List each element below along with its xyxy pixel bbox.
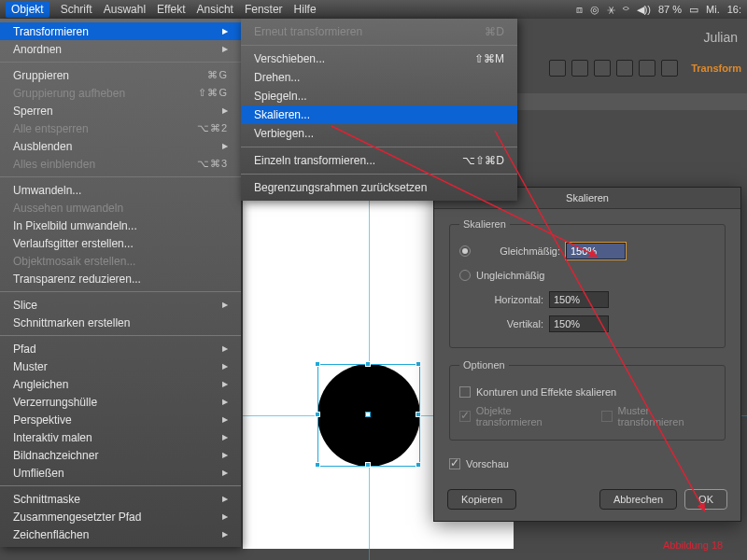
bluetooth-icon: ⚹: [607, 4, 615, 16]
submenu-item: Erneut transformieren⌘D: [241, 22, 517, 41]
scale-group: Skalieren Gleichmäßig: Ungleichmäßig Hor…: [449, 218, 726, 348]
menu-item[interactable]: Zusammengesetzter Pfad: [0, 508, 241, 525]
clock-time: 16:: [727, 4, 741, 15]
align-icon[interactable]: [594, 60, 611, 77]
menu-item[interactable]: Ausblenden: [0, 137, 241, 155]
ok-button[interactable]: OK: [684, 489, 727, 510]
vertical-label: Vertikal:: [459, 318, 543, 329]
submenu-item[interactable]: Skalieren...: [241, 105, 517, 124]
uniform-input[interactable]: [566, 243, 626, 259]
submenu-item[interactable]: Spiegeln...: [241, 87, 517, 105]
horizontal-input[interactable]: [549, 291, 609, 308]
patterns-label: Muster transformieren: [618, 405, 715, 427]
menu-ansicht[interactable]: Ansicht: [197, 3, 233, 16]
scale-legend: Skalieren: [459, 218, 510, 230]
objects-label: Objekte transformieren: [476, 405, 578, 427]
nonuniform-label: Ungleichmäßig: [476, 270, 544, 281]
align-icon[interactable]: [571, 60, 588, 77]
menu-item[interactable]: Schnittmaske: [0, 490, 241, 508]
menu-item[interactable]: Slice: [0, 296, 241, 314]
uniform-radio[interactable]: [459, 245, 471, 257]
menu-item[interactable]: In Pixelbild umwandeln...: [0, 217, 241, 234]
align-icon[interactable]: [616, 60, 633, 77]
options-legend: Optionen: [459, 359, 509, 371]
menu-objekt[interactable]: Objekt: [6, 1, 49, 18]
preview-checkbox[interactable]: [449, 458, 460, 469]
strokes-checkbox[interactable]: [459, 386, 471, 398]
menu-effekt[interactable]: Effekt: [157, 3, 185, 16]
menu-item[interactable]: Sperren: [0, 102, 241, 119]
menu-item: Aussehen umwandeln: [0, 199, 241, 217]
menu-item: Gruppierung aufheben⇧⌘G: [0, 84, 241, 102]
menu-item[interactable]: Schnittmarken erstellen: [0, 314, 241, 331]
menu-schrift[interactable]: Schrift: [61, 3, 92, 16]
menu-item[interactable]: Muster: [0, 357, 241, 375]
menu-fenster[interactable]: Fenster: [245, 3, 283, 16]
horizontal-label: Horizontal:: [459, 294, 543, 305]
menu-item[interactable]: Umfließen: [0, 464, 241, 482]
align-toolbar: Transform: [549, 56, 747, 80]
menu-item[interactable]: Anordnen: [0, 40, 241, 58]
objects-checkbox: [459, 411, 471, 422]
clock-day: Mi.: [706, 4, 720, 15]
objekt-dropdown[interactable]: TransformierenAnordnenGruppieren⌘GGruppi…: [0, 19, 241, 547]
submenu-item[interactable]: Drehen...: [241, 68, 517, 87]
nonuniform-radio[interactable]: [459, 270, 471, 281]
menu-item[interactable]: Zeichenflächen: [0, 525, 241, 543]
menu-item[interactable]: Interaktiv malen: [0, 428, 241, 446]
vertical-input[interactable]: [549, 315, 609, 332]
battery-percent: 87 %: [658, 4, 682, 15]
menu-item: Objektmosaik erstellen...: [0, 252, 241, 270]
menu-item[interactable]: Verlaufsgitter erstellen...: [0, 234, 241, 252]
menu-item: Alle entsperren⌥⌘2: [0, 119, 241, 137]
menu-item[interactable]: Angleichen: [0, 375, 241, 393]
menu-item[interactable]: Perspektive: [0, 411, 241, 428]
options-group: Optionen Konturen und Effekte skalieren …: [449, 359, 726, 441]
sync-icon: ◎: [590, 4, 599, 16]
menu-item[interactable]: Transparenz reduzieren...: [0, 270, 241, 287]
menu-item[interactable]: Gruppieren⌘G: [0, 66, 241, 84]
menu-item[interactable]: Bildnachzeichner: [0, 446, 241, 464]
strokes-label: Konturen und Effekte skalieren: [476, 386, 616, 398]
dropbox-icon: ⧈: [576, 4, 583, 16]
patterns-checkbox: [601, 411, 613, 422]
submenu-item[interactable]: Verbiegen...: [241, 124, 517, 143]
copy-button[interactable]: Kopieren: [447, 489, 516, 510]
battery-icon: ▭: [689, 4, 698, 16]
menubar-status: ⧈ ◎ ⚹ ⌔ ◀)) 87 % ▭ Mi. 16:: [576, 4, 741, 16]
cancel-button[interactable]: Abbrechen: [599, 489, 677, 510]
menubar: Objekt Schrift Auswahl Effekt Ansicht Fe…: [0, 0, 747, 19]
menu-item: Alles einblenden⌥⌘3: [0, 155, 241, 173]
username-label: Julian: [703, 30, 738, 45]
menu-item[interactable]: Transformieren: [0, 22, 241, 40]
menu-auswahl[interactable]: Auswahl: [104, 3, 146, 16]
submenu-item[interactable]: Verschieben...⇧⌘M: [241, 49, 517, 68]
menu-item[interactable]: Pfad: [0, 340, 241, 357]
menu-item[interactable]: Verzerrungshülle: [0, 393, 241, 411]
submenu-item[interactable]: Einzeln transformieren...⌥⇧⌘D: [241, 151, 517, 170]
volume-icon: ◀)): [637, 4, 651, 16]
align-icon[interactable]: [549, 60, 566, 77]
menu-hilfe[interactable]: Hilfe: [294, 3, 317, 16]
preview-label: Vorschau: [466, 458, 509, 469]
uniform-label: Gleichmäßig:: [476, 245, 560, 257]
figure-caption: Abbildung 18: [663, 539, 723, 551]
align-icon[interactable]: [661, 60, 678, 77]
scale-dialog: Skalieren Skalieren Gleichmäßig: Ungleic…: [433, 187, 741, 522]
bounding-box[interactable]: [317, 364, 420, 467]
submenu-item[interactable]: Begrenzungsrahmen zurücksetzen: [241, 178, 517, 197]
transform-panel-link[interactable]: Transform: [691, 63, 741, 74]
align-icon[interactable]: [639, 60, 655, 77]
wifi-icon: ⌔: [623, 4, 629, 15]
transform-submenu[interactable]: Erneut transformieren⌘DVerschieben...⇧⌘M…: [241, 19, 517, 201]
menu-item[interactable]: Umwandeln...: [0, 181, 241, 199]
